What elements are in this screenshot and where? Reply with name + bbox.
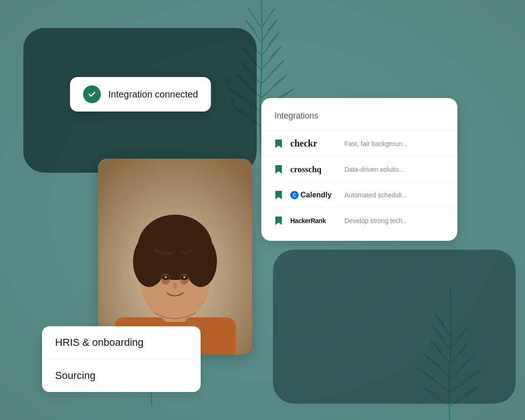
svg-point-17 [173, 282, 177, 289]
category-hris-onboarding[interactable]: HRIS & onboarding [42, 326, 201, 359]
svg-point-10 [147, 229, 203, 252]
calendly-brand-icon: C [290, 191, 299, 199]
svg-point-19 [207, 287, 211, 291]
hackerrank-desc: Develop strong tech.. [344, 217, 444, 224]
integration-row-checkr[interactable]: checkr Fast, fair backgroun... [261, 130, 457, 156]
svg-point-15 [165, 276, 167, 279]
person-photo [98, 159, 252, 355]
crosschq-desc: Data-driven solutio... [344, 166, 444, 173]
check-icon [83, 85, 101, 103]
checkr-logo: checkr [290, 138, 337, 149]
hackerrank-logo: HackerRank [290, 217, 337, 224]
svg-point-18 [139, 287, 143, 291]
bookmark-checkr-icon [274, 139, 283, 149]
integration-row-calendly[interactable]: C Calendly Automated scheduli... [261, 182, 457, 208]
integrations-title: Integrations [261, 111, 457, 130]
bookmark-calendly-icon [274, 190, 283, 200]
integrations-panel: Integrations checkr Fast, fair backgroun… [261, 98, 457, 241]
bookmark-crosschq-icon [274, 164, 283, 175]
categories-card: HRIS & onboarding Sourcing [42, 326, 201, 392]
checkr-desc: Fast, fair backgroun... [344, 140, 444, 147]
bookmark-hackerrank-icon [274, 216, 283, 226]
svg-point-16 [183, 276, 186, 279]
integration-connected-card: Integration connected [70, 77, 211, 112]
category-sourcing[interactable]: Sourcing [42, 359, 201, 392]
photo-card [98, 159, 252, 355]
calendly-logo: C Calendly [290, 191, 337, 199]
crosschq-logo: crosschq [290, 165, 337, 175]
integration-row-hackerrank[interactable]: HackerRank Develop strong tech.. [261, 208, 457, 233]
dark-blob-bottom [273, 250, 516, 404]
integration-row-crosschq[interactable]: crosschq Data-driven solutio... [261, 156, 457, 182]
integration-connected-text: Integration connected [108, 89, 198, 100]
calendly-desc: Automated scheduli... [344, 191, 444, 199]
